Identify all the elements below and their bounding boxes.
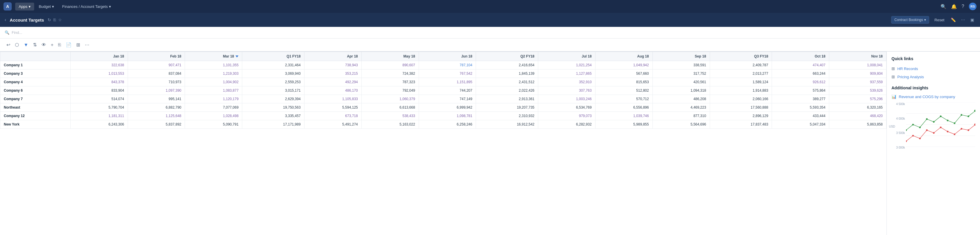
data-cell[interactable]: 6,282,932 [538,120,595,129]
data-cell[interactable]: 724,382 [361,70,419,78]
notification-icon[interactable]: 🔔 [951,4,957,10]
data-cell[interactable]: 17,837,483 [710,120,772,129]
data-cell[interactable]: 5,090,791 [185,120,242,129]
nav-budget[interactable]: Budget ▾ [35,3,57,11]
data-cell[interactable]: 514,074 [70,95,128,103]
data-cell[interactable]: 1,914,883 [710,86,772,95]
data-cell[interactable]: 787,323 [361,78,419,86]
data-cell[interactable]: 710,973 [128,78,185,86]
grid-icon[interactable]: ⊞ [75,40,82,49]
data-cell[interactable]: 5,863,858 [829,120,886,129]
data-cell[interactable]: 1,120,179 [185,95,242,103]
col-q3fy18[interactable]: Q3 FY18 [710,52,772,61]
edit-icon[interactable]: ✏️ [950,16,957,23]
data-cell[interactable]: 843,378 [70,78,128,86]
data-cell[interactable]: 1,008,041 [829,61,886,70]
col-jun18[interactable]: Jun 18 [419,52,476,61]
col-sep18[interactable]: Sep 18 [652,52,710,61]
data-cell[interactable]: 1,105,833 [304,95,361,103]
data-cell[interactable]: 1,151,895 [419,78,476,86]
data-cell[interactable]: 2,896,129 [710,112,772,120]
data-cell[interactable]: 539,626 [829,86,886,95]
data-cell[interactable]: 767,542 [419,70,476,78]
data-cell[interactable]: 2,013,277 [710,70,772,78]
data-cell[interactable]: 492,294 [304,78,361,86]
data-cell[interactable]: 673,718 [304,112,361,120]
data-cell[interactable]: 926,612 [772,78,829,86]
data-cell[interactable]: 389,277 [772,95,829,103]
table-area[interactable]: Jan 18 Feb 18 Mar 18 Q1 FY18 Apr 18 May … [0,52,886,235]
data-cell[interactable]: 486,208 [652,95,710,103]
data-cell[interactable]: 317,752 [652,70,710,78]
col-mar18[interactable]: Mar 18 [185,52,242,61]
data-cell[interactable]: 747,149 [419,95,476,103]
data-cell[interactable]: 338,591 [652,61,710,70]
data-cell[interactable]: 575,296 [829,95,886,103]
data-cell[interactable]: 1,083,877 [185,86,242,95]
filter-icon[interactable]: ▼ [22,41,30,49]
data-cell[interactable]: 1,589,124 [710,78,772,86]
data-cell[interactable]: 307,763 [538,86,595,95]
col-jul18[interactable]: Jul 18 [538,52,595,61]
data-cell[interactable]: 1,028,498 [185,112,242,120]
data-cell[interactable]: 570,712 [595,95,652,103]
data-cell[interactable]: 738,943 [304,61,361,70]
data-cell[interactable]: 2,559,253 [242,78,304,86]
data-cell[interactable]: 5,593,354 [772,103,829,112]
col-feb18[interactable]: Feb 18 [128,52,185,61]
data-cell[interactable]: 3,069,940 [242,70,304,78]
col-oct18[interactable]: Oct 18 [772,52,829,61]
data-cell[interactable]: 815,653 [595,78,652,86]
data-cell[interactable]: 19,207,735 [476,103,538,112]
sort-icon[interactable]: ⇅ [31,40,38,49]
data-cell[interactable]: 2,431,512 [476,78,538,86]
quick-link-item[interactable]: ⊞Pricing Analysis [891,73,975,81]
data-cell[interactable]: 3,015,171 [242,86,304,95]
data-cell[interactable]: 937,559 [829,78,886,86]
data-cell[interactable]: 1,219,303 [185,70,242,78]
more-options-icon[interactable]: ⋯ [960,16,966,23]
data-cell[interactable]: 1,039,746 [595,112,652,120]
insight-item[interactable]: 📊Revenue and COGS by company [891,93,975,100]
add-icon[interactable]: + [49,41,55,49]
data-cell[interactable]: 420,561 [652,78,710,86]
nav-finances[interactable]: Finances / Account Targets ▾ [59,3,115,11]
search-nav-icon[interactable]: 🔍 [940,4,947,10]
col-apr18[interactable]: Apr 18 [304,52,361,61]
data-cell[interactable]: 837,084 [128,70,185,78]
data-cell[interactable]: 538,433 [361,112,419,120]
data-cell[interactable]: 6,882,790 [128,103,185,112]
back-button[interactable]: ‹ [5,17,6,22]
data-cell[interactable]: 5,837,892 [128,120,185,129]
data-cell[interactable]: 2,022,426 [476,86,538,95]
data-cell[interactable]: 19,750,563 [242,103,304,112]
data-cell[interactable]: 877,310 [652,112,710,120]
data-cell[interactable]: 6,258,246 [419,120,476,129]
data-cell[interactable]: 979,073 [538,112,595,120]
panel-toggle-icon[interactable]: ▣ [969,16,975,23]
data-cell[interactable]: 17,171,989 [242,120,304,129]
data-cell[interactable]: 1,845,139 [476,70,538,78]
eye-icon[interactable]: 👁 [40,41,48,49]
data-cell[interactable]: 6,243,306 [70,120,128,129]
export-icon[interactable]: ⬡ [13,40,21,49]
help-icon[interactable]: ? [962,4,964,9]
data-cell[interactable]: 1,094,318 [652,86,710,95]
data-cell[interactable]: 5,790,704 [70,103,128,112]
data-cell[interactable]: 1,021,254 [538,61,595,70]
data-cell[interactable]: 353,215 [304,70,361,78]
data-cell[interactable]: 5,564,696 [652,120,710,129]
data-cell[interactable]: 5,163,022 [361,120,419,129]
copy-icon[interactable]: ⎘ [56,41,63,49]
data-cell[interactable]: 909,804 [829,70,886,78]
data-cell[interactable]: 5,047,334 [772,120,829,129]
data-cell[interactable]: 433,444 [772,112,829,120]
col-jan18[interactable]: Jan 18 [70,52,128,61]
document-icon[interactable]: 📄 [64,40,73,49]
data-cell[interactable]: 6,320,165 [829,103,886,112]
data-cell[interactable]: 567,660 [595,70,652,78]
data-cell[interactable]: 2,060,166 [710,95,772,103]
data-cell[interactable]: 792,049 [361,86,419,95]
data-cell[interactable]: 1,125,648 [128,112,185,120]
data-cell[interactable]: 1,013,553 [70,70,128,78]
